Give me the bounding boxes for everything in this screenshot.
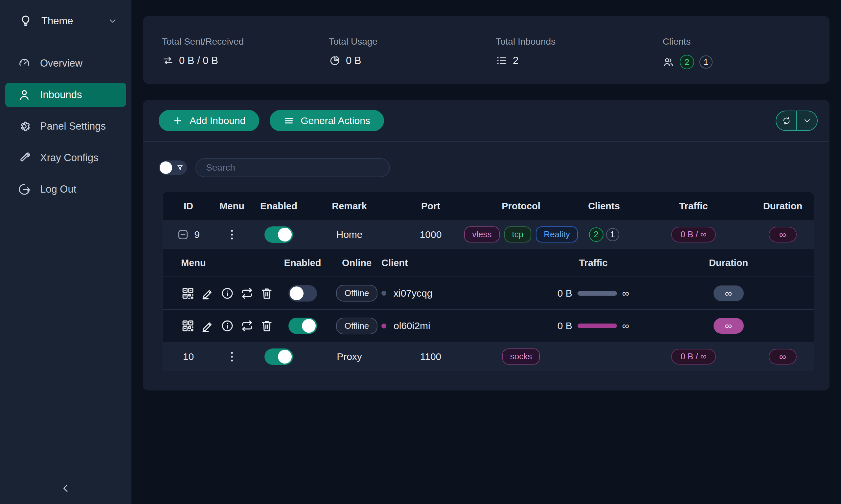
header-port: Port [391, 201, 470, 212]
refresh-options-button[interactable] [796, 111, 817, 130]
theme-label: Theme [41, 15, 73, 27]
protocol-tag: Reality [536, 227, 578, 242]
table-row: 10 Proxy 1100 socks 0 B / ∞ ∞ [163, 342, 814, 371]
sidebar-nav: Overview Inbounds Panel Settings Xray Co… [0, 51, 132, 201]
header-clients: Clients [572, 201, 636, 212]
traffic-progress-bar [578, 291, 617, 295]
search-row [143, 142, 829, 177]
theme-selector[interactable]: Theme [0, 11, 132, 32]
sidebar-item-panel-settings[interactable]: Panel Settings [5, 114, 126, 139]
inbounds-panel: Add Inbound General Actions [143, 100, 829, 391]
stat-clients: Clients 2 1 [663, 36, 829, 84]
subheader-client: Client [381, 257, 543, 268]
info-icon[interactable] [220, 286, 234, 300]
qr-code-icon[interactable] [181, 319, 195, 333]
online-status-badge: Offline [336, 285, 378, 302]
delete-icon[interactable] [260, 319, 274, 333]
main-content: Total Sent/Received 0 B / 0 B Total Usag… [132, 0, 841, 504]
header-duration: Duration [751, 201, 814, 212]
hamburger-icon [284, 115, 294, 126]
edit-icon[interactable] [201, 286, 214, 300]
duration-badge: ∞ [769, 227, 797, 242]
client-subtable: Menu Enabled Online Client Traffic Durat… [163, 249, 814, 342]
inbound-remark: Proxy [308, 351, 391, 362]
inbound-remark: Home [308, 229, 391, 240]
sidebar-item-overview[interactable]: Overview [5, 51, 126, 75]
collapse-row-icon[interactable] [177, 229, 189, 240]
client-name: xi07ycqg [394, 288, 432, 299]
clients-total-badge: 1 [699, 55, 713, 69]
client-subtable-header: Menu Enabled Online Client Traffic Durat… [163, 249, 814, 277]
gear-icon [18, 120, 31, 133]
general-actions-button[interactable]: General Actions [270, 110, 384, 131]
refresh-button[interactable] [776, 111, 796, 130]
traffic-cap: ∞ [622, 288, 629, 299]
sidebar-collapse-button[interactable] [58, 480, 73, 496]
traffic-used: 0 B [557, 320, 572, 331]
stat-value: 2 [513, 55, 518, 67]
header-menu: Menu [214, 201, 250, 212]
duration-badge: ∞ [714, 286, 744, 301]
client-row: Offline ol60i2mi 0 B ∞ ∞ [163, 309, 814, 342]
edit-icon[interactable] [201, 319, 214, 333]
sidebar-item-log-out[interactable]: Log Out [5, 177, 126, 201]
client-enabled-toggle[interactable] [289, 318, 317, 334]
plus-icon [172, 115, 183, 126]
client-enabled-toggle[interactable] [289, 285, 317, 302]
header-remark: Remark [308, 201, 391, 212]
stat-value: 0 B / 0 B [179, 55, 218, 67]
header-traffic: Traffic [636, 201, 751, 212]
logout-icon [18, 183, 31, 196]
wrench-icon [18, 151, 31, 164]
sidebar-item-label: Log Out [40, 183, 76, 195]
add-inbound-label: Add Inbound [190, 115, 245, 126]
inbound-enabled-toggle[interactable] [264, 227, 293, 243]
traffic-progress-bar [578, 324, 617, 328]
stats-card: Total Sent/Received 0 B / 0 B Total Usag… [143, 16, 829, 84]
sidebar-item-xray-configs[interactable]: Xray Configs [5, 146, 126, 170]
header-protocol: Protocol [470, 201, 572, 212]
stat-total-sent-received: Total Sent/Received 0 B / 0 B [162, 36, 329, 84]
row-menu-icon[interactable] [225, 228, 239, 241]
refresh-button-group [776, 111, 818, 131]
info-icon[interactable] [220, 319, 234, 333]
client-name: ol60i2mi [394, 320, 430, 331]
subheader-online: Online [332, 257, 381, 268]
bulb-icon [19, 15, 32, 28]
search-input[interactable] [195, 158, 390, 177]
qr-code-icon[interactable] [181, 286, 195, 300]
inbound-id: 9 [194, 229, 200, 240]
funnel-icon [176, 164, 184, 172]
stat-total-usage: Total Usage 0 B [329, 36, 496, 84]
toggle-knob [278, 350, 292, 363]
inbounds-table: ID Menu Enabled Remark Port Protocol Cli… [162, 192, 814, 371]
toggle-knob [278, 228, 292, 241]
delete-icon[interactable] [260, 286, 274, 300]
general-actions-label: General Actions [301, 115, 370, 126]
reset-traffic-icon[interactable] [240, 286, 254, 300]
list-icon [496, 55, 508, 67]
sidebar-item-inbounds[interactable]: Inbounds [5, 83, 126, 107]
traffic-badge: 0 B / ∞ [671, 349, 716, 364]
clients-online-badge: 2 [680, 55, 694, 69]
subheader-traffic: Traffic [543, 257, 644, 268]
inbound-enabled-toggle[interactable] [264, 348, 293, 365]
subheader-menu: Menu [181, 257, 273, 268]
header-id: ID [163, 201, 214, 212]
table-header-row: ID Menu Enabled Remark Port Protocol Cli… [163, 192, 814, 220]
duration-badge: ∞ [769, 349, 797, 364]
add-inbound-button[interactable]: Add Inbound [159, 110, 259, 131]
filter-toggle[interactable] [159, 160, 187, 175]
gauge-icon [18, 57, 31, 70]
inbound-id: 10 [183, 351, 194, 362]
client-row: Offline xi07ycqg 0 B ∞ ∞ [163, 277, 814, 309]
sidebar-item-label: Inbounds [40, 89, 82, 101]
traffic-cap: ∞ [622, 320, 629, 331]
sidebar-item-label: Panel Settings [40, 121, 106, 132]
reset-traffic-icon[interactable] [240, 319, 254, 333]
toggle-knob [160, 161, 172, 174]
subheader-enabled: Enabled [273, 257, 332, 268]
protocol-tag: vless [464, 227, 499, 242]
subheader-duration: Duration [644, 257, 813, 268]
row-menu-icon[interactable] [225, 350, 239, 363]
